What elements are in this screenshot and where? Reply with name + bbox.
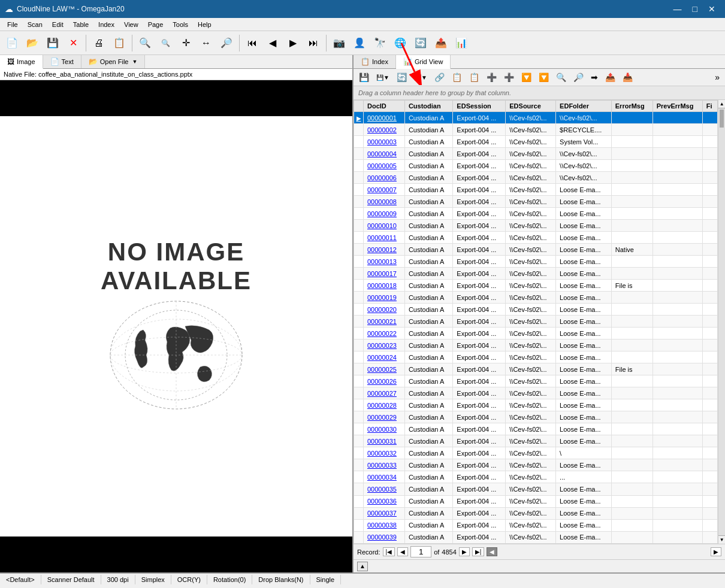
cell-docid[interactable]: 00000017 — [364, 268, 405, 280]
capture-button[interactable]: 📷 — [330, 34, 349, 53]
col-header-preverrmsg[interactable]: PrevErrMsg — [652, 101, 702, 112]
cell-docid[interactable]: 00000013 — [364, 256, 405, 268]
table-row[interactable]: 00000003Custodian AExport-004 ...\\Cev-f… — [354, 136, 718, 148]
record-number-input[interactable] — [410, 546, 431, 557]
menu-index[interactable]: Index — [93, 20, 119, 29]
table-row[interactable]: 00000007Custodian AExport-004 ...\\Cev-f… — [354, 184, 718, 196]
cell-docid[interactable]: 00000030 — [364, 423, 405, 435]
scroll-thumb[interactable] — [720, 110, 724, 128]
binoculars-button[interactable]: 🔭 — [370, 34, 389, 53]
menu-help[interactable]: Help — [193, 20, 216, 29]
table-row[interactable]: 00000031Custodian AExport-004 ...\\Cev-f… — [354, 435, 718, 447]
tab-index[interactable]: 📋 Index — [354, 55, 396, 68]
grid-refresh2-button[interactable]: 🔄▼ — [411, 72, 430, 83]
col-header-fi[interactable]: Fi — [702, 101, 717, 112]
search-button[interactable]: 🔎 — [217, 34, 236, 53]
menu-page[interactable]: Page — [143, 20, 168, 29]
cell-docid[interactable]: 00000006 — [364, 172, 405, 184]
zoom-out-button[interactable]: 🔍 — [156, 34, 175, 53]
delete-button[interactable]: ✕ — [64, 34, 83, 53]
menu-table[interactable]: Table — [68, 20, 93, 29]
minimize-button[interactable]: — — [669, 3, 687, 15]
nav-scroll-button[interactable]: ◀ — [487, 547, 497, 556]
cell-docid[interactable]: 00000039 — [364, 531, 405, 543]
table-row[interactable]: 00000004Custodian AExport-004 ...\\Cev-f… — [354, 148, 718, 160]
scroll-down-button[interactable]: ▼ — [718, 535, 725, 544]
cell-docid[interactable]: 00000009 — [364, 208, 405, 220]
grid-arrow-button[interactable]: ➡ — [588, 71, 601, 84]
table-row[interactable]: 00000017Custodian AExport-004 ...\\Cev-f… — [354, 268, 718, 280]
menu-scan[interactable]: Scan — [23, 20, 47, 29]
pan-button[interactable]: ↔ — [197, 34, 216, 53]
prev-record-button[interactable]: ◀ — [263, 34, 282, 53]
table-row[interactable]: 00000029Custodian AExport-004 ...\\Cev-f… — [354, 411, 718, 423]
grid-save-button[interactable]: 💾 — [356, 71, 372, 84]
grid-export-button[interactable]: 📤 — [602, 71, 618, 84]
tab-gridview[interactable]: 📊 Grid View — [396, 55, 451, 69]
grid-search-button[interactable]: 🔍 — [553, 71, 569, 84]
fit-button[interactable]: ✛ — [176, 34, 195, 53]
col-header-edsession[interactable]: EDSession — [453, 101, 506, 112]
table-row[interactable]: 00000009Custodian AExport-004 ...\\Cev-f… — [354, 208, 718, 220]
cell-docid[interactable]: 00000026 — [364, 375, 405, 387]
cell-docid[interactable]: 00000005 — [364, 160, 405, 172]
print-button[interactable]: 🖨 — [89, 34, 108, 53]
cell-docid[interactable]: 00000036 — [364, 495, 405, 507]
table-row[interactable]: 00000034Custodian AExport-004 ...\\Cev-f… — [354, 471, 718, 483]
menu-edit[interactable]: Edit — [47, 20, 68, 29]
maximize-button[interactable]: □ — [688, 3, 702, 15]
title-bar-controls[interactable]: — □ ✕ — [669, 3, 720, 15]
grid-link-button[interactable]: 🔗 — [431, 71, 448, 84]
save-button[interactable]: 💾 — [43, 34, 62, 53]
table-row[interactable]: 00000033Custodian AExport-004 ...\\Cev-f… — [354, 459, 718, 471]
table-row[interactable]: 00000030Custodian AExport-004 ...\\Cev-f… — [354, 423, 718, 435]
cell-docid[interactable]: 00000034 — [364, 471, 405, 483]
grid-filter2-button[interactable]: 🔽 — [536, 71, 552, 84]
export-button[interactable]: 📤 — [431, 34, 451, 53]
table-row[interactable]: ▶00000001Custodian AExport-004 ...\\Cev-… — [354, 112, 718, 124]
table-row[interactable]: 00000012Custodian AExport-004 ...\\Cev-f… — [354, 244, 718, 256]
cell-docid[interactable]: 00000027 — [364, 387, 405, 399]
openfile-dropdown-icon[interactable]: ▼ — [132, 59, 137, 65]
close-button[interactable]: ✕ — [703, 3, 720, 15]
table-row[interactable]: 00000027Custodian AExport-004 ...\\Cev-f… — [354, 387, 718, 399]
table-row[interactable]: 00000038Custodian AExport-004 ...\\Cev-f… — [354, 519, 718, 531]
first-record-button[interactable]: ⏮ — [243, 34, 262, 53]
table-row[interactable]: 00000021Custodian AExport-004 ...\\Cev-f… — [354, 316, 718, 328]
cell-docid[interactable]: 00000012 — [364, 244, 405, 256]
table-row[interactable]: 00000037Custodian AExport-004 ...\\Cev-f… — [354, 507, 718, 519]
table-row[interactable]: 00000028Custodian AExport-004 ...\\Cev-f… — [354, 399, 718, 411]
col-header-selector[interactable] — [354, 101, 364, 112]
cell-docid[interactable]: 00000008 — [364, 196, 405, 208]
cell-docid[interactable]: 00000038 — [364, 519, 405, 531]
grid-add-button[interactable]: ➕ — [484, 71, 500, 84]
grid-refresh-button[interactable]: 🔄 — [394, 71, 410, 84]
grid-container[interactable]: DocID Custodian EDSession EDSource EDFol… — [354, 100, 725, 544]
table-row[interactable]: 00000008Custodian AExport-004 ...\\Cev-f… — [354, 196, 718, 208]
cell-docid[interactable]: 00000004 — [364, 148, 405, 160]
grid-copy2-button[interactable]: 📋 — [466, 71, 482, 84]
table-row[interactable]: 00000011Custodian AExport-004 ...\\Cev-f… — [354, 232, 718, 244]
col-header-custodian[interactable]: Custodian — [404, 101, 452, 112]
copy-button[interactable]: 📋 — [110, 34, 129, 53]
cell-docid[interactable]: 00000035 — [364, 483, 405, 495]
nav-next-button[interactable]: ▶ — [459, 547, 470, 556]
table-row[interactable]: 00000018Custodian AExport-004 ...\\Cev-f… — [354, 280, 718, 292]
report-button[interactable]: 📊 — [452, 34, 471, 53]
table-row[interactable]: 00000035Custodian AExport-004 ...\\Cev-f… — [354, 483, 718, 495]
table-row[interactable]: 00000025Custodian AExport-004 ...\\Cev-f… — [354, 363, 718, 375]
menu-tools[interactable]: Tools — [168, 20, 193, 29]
cell-docid[interactable]: 00000031 — [364, 435, 405, 447]
scroll-track[interactable] — [718, 108, 725, 535]
cell-docid[interactable]: 00000028 — [364, 399, 405, 411]
table-row[interactable]: 00000002Custodian AExport-004 ...\\Cev-f… — [354, 124, 718, 136]
nav-prev-button[interactable]: ◀ — [397, 547, 408, 556]
col-header-edfolder[interactable]: EDFolder — [556, 101, 612, 112]
cell-docid[interactable]: 00000020 — [364, 304, 405, 316]
grid-expand-button[interactable]: » — [712, 71, 723, 84]
table-row[interactable]: 00000024Custodian AExport-004 ...\\Cev-f… — [354, 351, 718, 363]
grid-add2-button[interactable]: ➕ — [501, 71, 517, 84]
grid-import-button[interactable]: 📥 — [620, 71, 636, 84]
tab-openfile[interactable]: 📂 Open File ▼ — [81, 55, 146, 68]
col-header-edsource[interactable]: EDSource — [506, 101, 556, 112]
